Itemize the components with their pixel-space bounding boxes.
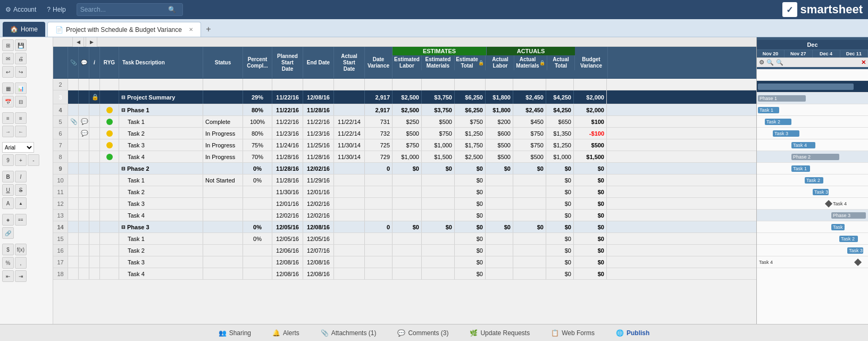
table-row[interactable]: 10 Task 1 Not Started 0% 11/28/16 11/29/… [53,174,756,186]
percent-button[interactable]: % [2,257,14,269]
cell-task-16[interactable]: Task 2 [119,245,203,256]
expand-icon-9[interactable]: ⊟ [121,166,126,171]
font-size-increase[interactable]: + [15,154,27,166]
currency-button[interactable]: $ [2,244,14,255]
cell-task-5[interactable]: Task 1 [119,116,203,127]
footer-tab-sharing[interactable]: 👥 Sharing [214,327,255,339]
expand-icon-14[interactable]: ⊟ [121,224,126,230]
footer-tab-web-forms[interactable]: 📋 Web Forms [547,327,599,339]
table-row[interactable]: 8 Task 4 In Progress 70% 11/28/16 11/28/… [53,151,756,163]
gantt-button[interactable]: 📊 [15,82,27,94]
font-selector[interactable]: Arial [2,142,34,153]
table-row[interactable]: 17 Task 3 12/08/16 12/08/16 $0 $0 $0 [53,256,756,268]
calendar-button[interactable]: 📅 [2,96,14,107]
table-row[interactable]: 6 💬 Task 2 In Progress 80% 11/23/16 11/2… [53,128,756,139]
link-button[interactable]: 🔗 [2,227,14,239]
table-row[interactable]: 18 Task 4 12/08/16 12/08/16 $0 $0 $0 [53,268,756,280]
align-left-button[interactable]: ≡ [2,112,14,124]
cell-al-7: $500 [486,139,513,151]
tab-sheet[interactable]: 📄 Project with Schedule & Budget Varianc… [47,22,201,37]
cell-task-13[interactable]: Task 4 [119,210,203,221]
search-box[interactable]: 🔍 [77,3,183,16]
cell-task-8[interactable]: Task 4 [119,151,203,162]
footer-tab-comments[interactable]: 💬 Comments (3) [393,327,453,339]
cell-info-11 [89,186,100,197]
cell-al-16 [486,245,513,256]
cell-task-10[interactable]: Task 1 [119,174,203,186]
cell-et-5: $750 [455,116,486,127]
table-row[interactable]: 13 Task 4 12/02/16 12/02/16 $0 $0 $0 [53,210,756,221]
expand-icon-3[interactable]: ⊟ [121,95,126,100]
table-row[interactable]: 16 Task 2 12/06/16 12/07/16 $0 $0 $0 [53,245,756,256]
search-input[interactable] [80,6,165,13]
close-icon[interactable]: ✕ [189,27,193,32]
scroll-left-button[interactable]: ◀ [72,37,84,48]
highlight-button[interactable]: ▲ [15,197,27,209]
strikethrough-button[interactable]: S [15,184,27,196]
undo-button[interactable]: ↩ [2,66,14,78]
cell-task-3[interactable]: ⊟ Project Summary [119,90,203,104]
cell-task-7[interactable]: Task 3 [119,139,203,151]
dec-decrease-button[interactable]: ⇤ [2,270,14,282]
table-row[interactable]: 15 Task 1 0% 12/05/16 12/05/16 $0 $0 $0 [53,233,756,245]
cell-task-18[interactable]: Task 4 [119,268,203,279]
outdent-button[interactable]: ← [15,126,27,137]
gantt-settings-icon[interactable]: ⚙ [759,59,764,66]
gantt-close-icon[interactable]: ✕ [861,59,866,66]
table-row[interactable]: 7 Task 3 In Progress 75% 11/24/16 11/25/… [53,139,756,151]
footer-tab-publish[interactable]: 🌐 Publish [612,327,654,339]
tab-home[interactable]: 🏠 Home [3,22,45,37]
formula-button[interactable]: f(x) [15,244,27,255]
table-row[interactable]: 11 Task 2 11/30/16 12/01/16 $0 $0 $0 [53,186,756,198]
cell-task-6[interactable]: Task 2 [119,128,203,139]
format-button[interactable]: ≡≡ [15,214,27,226]
table-row[interactable]: 5 📎 💬 Task 1 Complete 100% 11/22/16 11/2… [53,116,756,128]
align-center-button[interactable]: ≡ [15,112,27,124]
comma-button[interactable]: , [15,257,27,269]
help-menu[interactable]: ? Help [47,6,65,13]
scroll-right-button[interactable]: ▶ [86,37,97,48]
email-button[interactable]: ✉ [2,53,14,64]
cell-em-13 [422,210,455,221]
card-button[interactable]: ⊟ [15,96,27,107]
print-button[interactable]: 🖨 [15,53,27,64]
cell-task-14[interactable]: ⊟ Phase 3 [119,221,203,232]
table-row[interactable]: 4 ⊟ Phase 1 80% 11/22/16 11/28/16 2,917 … [53,104,756,116]
italic-button[interactable]: I [15,171,27,182]
expand-icon-4[interactable]: ⊟ [121,107,126,113]
save-button[interactable]: 💾 [15,39,27,51]
footer-tab-update-requests[interactable]: 🌿 Update Requests [465,327,534,339]
cell-task-11[interactable]: Task 2 [119,186,203,197]
color-picker-button[interactable]: A [2,197,14,209]
cell-task-9[interactable]: ⊟ Phase 2 [119,163,203,174]
cell-task-2[interactable] [119,79,203,90]
gantt-zoom-in-icon[interactable]: 🔍 [776,59,783,66]
account-menu[interactable]: ⚙ Account [5,6,36,13]
cell-task-15[interactable]: Task 1 [119,233,203,244]
font-size-num: - [28,154,39,166]
bold-button[interactable]: B [2,171,14,182]
dec-increase-button[interactable]: ⇥ [15,270,27,282]
table-row[interactable]: 14 ⊟ Phase 3 0% 12/05/16 12/08/16 0 $0 $… [53,221,756,233]
underline-button[interactable]: U [2,184,14,196]
indent-button[interactable]: → [2,126,14,137]
gantt-zoom-out-icon[interactable]: 🔍 [766,59,774,66]
cell-task-4[interactable]: ⊟ Phase 1 [119,104,203,115]
table-row[interactable]: 3 🔒 ⊟ Project Summary 29% 11/22/16 12/08… [53,90,756,104]
cell-task-17[interactable]: Task 3 [119,256,203,268]
font-size-decrease[interactable]: 9 [2,154,14,166]
table-row[interactable]: 12 Task 3 12/01/16 12/02/16 $0 $0 $0 [53,198,756,210]
row-num-15: 15 [53,233,68,244]
redo-button[interactable]: ↪ [15,66,27,78]
table-row[interactable]: 9 ⊟ Phase 2 0% 11/28/16 12/02/16 0 $0 $0… [53,163,756,174]
cell-asd-8: 11/30/14 [334,151,365,162]
footer-tab-attachments[interactable]: 📎 Attachments (1) [316,327,381,339]
cell-task-12[interactable]: Task 3 [119,198,203,209]
table-button[interactable]: ▦ [2,82,14,94]
grid-view-button[interactable]: ⊞ [2,39,14,51]
table-row[interactable]: 2 [53,79,756,90]
tab-add-button[interactable]: + [201,22,216,37]
footer-tab-alerts[interactable]: 🔔 Alerts [268,327,304,339]
account-label: Account [13,6,36,13]
fill-button[interactable]: ◈ [2,214,14,226]
